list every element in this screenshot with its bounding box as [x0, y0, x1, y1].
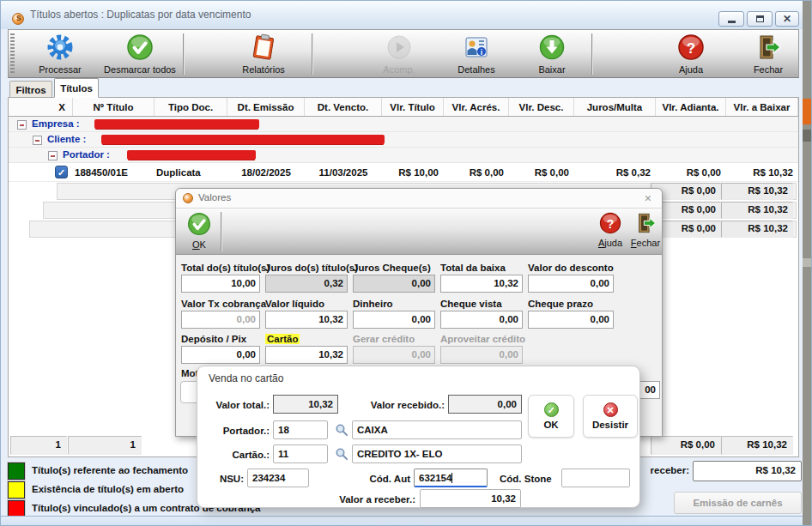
detalhes-button[interactable]: i Detalhes	[438, 33, 515, 76]
minimize-button[interactable]	[718, 11, 744, 27]
toolbar-grip[interactable]	[10, 33, 15, 75]
column-header-vlr-acres[interactable]: Vlr. Acrés.	[444, 98, 509, 116]
collapse-icon[interactable]	[33, 136, 42, 145]
column-header-vlr-desc[interactable]: Vlr. Desc.	[509, 98, 574, 116]
ok-button[interactable]: ✓ OK	[528, 395, 574, 438]
desistir-button[interactable]: ✕ Desistir	[583, 395, 638, 438]
play-circle-icon	[385, 33, 414, 63]
cheque-vista-field[interactable]: 0,00	[440, 311, 523, 329]
text-cursor	[451, 473, 452, 483]
totals-count-b: 1	[68, 436, 142, 455]
column-header-tipo-doc[interactable]: Tipo Doc.	[155, 98, 227, 116]
column-header-vlr-titulo[interactable]: Vlr. Título	[382, 98, 444, 116]
cell-numero: 188450/01E	[73, 163, 155, 182]
subtotal-baixar: R$ 10,32	[721, 202, 793, 219]
deposito-pix-field[interactable]: 0,00	[181, 346, 260, 364]
column-header-dt-vencto[interactable]: Dt. Vencto.	[305, 98, 382, 116]
valor-total-label: Valor total.:	[204, 400, 270, 410]
portador-label: Portador :	[63, 149, 110, 160]
cell-vlr-acres: R$ 0,00	[444, 163, 509, 182]
cheque-vista-label: Cheque vista	[440, 299, 502, 309]
cartao-name-field[interactable]: CREDITO 1X- ELO	[352, 444, 522, 463]
tree-row-portador[interactable]: Portador :	[9, 148, 798, 163]
legend-red-swatch	[8, 500, 25, 517]
aproveitar-credito-field: 0,00	[440, 346, 523, 364]
legend-yellow-swatch	[8, 481, 25, 499]
fechar-button[interactable]: Fechar	[733, 33, 803, 76]
cod-aut-input[interactable]: 632154	[414, 469, 488, 487]
tree-row-empresa[interactable]: Empresa :	[9, 117, 798, 132]
cartao-field[interactable]: 10,32	[265, 346, 348, 364]
emissao-de-carnes-button: Emissão de carnês	[674, 492, 802, 514]
column-header-dt-emissao[interactable]: Dt. Emissão	[227, 98, 305, 116]
close-button[interactable]: ✕	[775, 11, 799, 27]
valor-a-receber-label: Valor a receber.:	[309, 494, 415, 505]
cell-dt-emissao: 18/02/2025	[227, 163, 305, 182]
totals-vlr-a-baixar: R$ 10,32	[721, 436, 793, 455]
cancel-circle-icon: ✕	[603, 402, 618, 417]
ok-button[interactable]: OK	[181, 211, 217, 250]
cartao-code-input[interactable]: 11	[273, 444, 328, 463]
totals-count-a: 1	[10, 436, 67, 455]
tab-filtros[interactable]: Filtros	[9, 81, 52, 98]
ajuda-button[interactable]: ? Ajuda	[654, 33, 728, 76]
processar-button[interactable]: Processar	[21, 33, 100, 76]
total-a-receber-value: R$ 10,32	[693, 461, 802, 481]
cell-juros-multa: R$ 0,32	[574, 163, 656, 182]
close-icon[interactable]: ×	[645, 191, 651, 205]
column-header-juros-multa[interactable]: Juros/Multa	[574, 98, 656, 116]
redacted-empresa	[94, 119, 259, 129]
tree-row-cliente[interactable]: Cliente :	[9, 132, 798, 148]
toolbar-separator	[312, 33, 312, 75]
cell-vlr-a-baixar: R$ 10,32	[726, 163, 798, 182]
background-window-sliver	[803, 1, 811, 526]
redacted-portador	[127, 150, 256, 160]
titulo-row[interactable]: ✓ 188450/01E Duplicata 18/02/2025 11/03/…	[9, 163, 798, 182]
cheque-prazo-field[interactable]: 0,00	[528, 311, 614, 329]
valores-title: Valores	[198, 192, 231, 203]
total-titulos-field[interactable]: 10,00	[181, 275, 260, 293]
nsu-label: NSU:	[204, 474, 244, 484]
total-baixa-label: Total da baixa	[440, 263, 506, 273]
cartao-label: Cartão.:	[204, 450, 270, 460]
valor-a-receber-input[interactable]: 10,32	[420, 489, 521, 508]
door-exit-icon	[754, 33, 783, 63]
cod-stone-input[interactable]	[561, 469, 630, 487]
total-baixa-field[interactable]: 10,32	[440, 275, 523, 293]
relatorios-button[interactable]: Relatórios	[221, 33, 306, 76]
gerar-credito-label: Gerar crédito	[353, 334, 415, 344]
maximize-button[interactable]	[747, 11, 773, 27]
venda-no-cartao-dialog: Venda no cartão Valor total.: 10,32 Valo…	[197, 366, 640, 508]
dinheiro-field[interactable]: 0,00	[353, 311, 435, 329]
portador-name-field[interactable]: CAIXA	[352, 420, 522, 439]
column-header-numero[interactable]: Nº Título	[73, 98, 155, 116]
column-header-x[interactable]: X	[9, 98, 73, 116]
app-logo-icon	[12, 13, 24, 25]
baixar-button[interactable]: Baixar	[515, 33, 589, 76]
tab-titulos[interactable]: Títulos	[54, 78, 99, 98]
cell-tipo-doc: Duplicata	[155, 163, 227, 182]
desmarcar-todos-button[interactable]: Desmarcar todos	[100, 33, 180, 76]
cartao-label: Cartão	[265, 334, 300, 344]
fechar-button[interactable]: Fechar	[628, 211, 663, 248]
valor-liquido-field[interactable]: 10,32	[265, 311, 348, 329]
empresa-label: Empresa :	[32, 118, 80, 129]
ajuda-button[interactable]: ? Ajuda	[594, 211, 627, 248]
toolbar-separator	[591, 33, 592, 75]
down-arrow-circle-icon	[537, 33, 567, 63]
check-circle-icon: ✓	[544, 402, 559, 417]
valores-toolbar: OK ? Ajuda Fechar	[176, 209, 662, 255]
search-icon[interactable]	[335, 423, 348, 437]
app-window: Títulos abertos : Duplicatas por data ve…	[0, 0, 812, 526]
column-header-vlr-adianta[interactable]: Vlr. Adianta.	[656, 98, 726, 116]
collapse-icon[interactable]	[48, 151, 58, 160]
juros-titulos-label: Juros do(s) título(s)	[265, 263, 358, 273]
column-header-vlr-a-baixar[interactable]: Vlr. a Baixar	[726, 98, 798, 116]
nsu-input[interactable]: 234234	[247, 469, 309, 487]
row-checkbox[interactable]: ✓	[55, 166, 68, 178]
collapse-icon[interactable]	[17, 120, 27, 130]
search-icon[interactable]	[335, 447, 348, 461]
valor-desconto-field[interactable]: 0,00	[528, 275, 614, 293]
portador-code-input[interactable]: 18	[273, 420, 328, 439]
gerar-credito-field: 0,00	[353, 346, 435, 364]
